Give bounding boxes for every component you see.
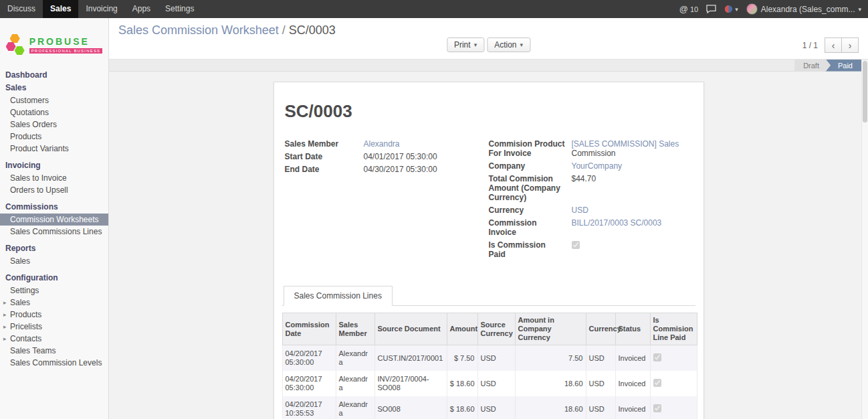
field-group-right: Commision Product For Invoice [SALES COM… [489,139,693,262]
breadcrumb-current: SC/0003 [289,23,336,37]
sidebar-item-pricelists[interactable]: ▸Pricelists [0,321,108,333]
table-row[interactable]: 04/20/2017 05:30:00 Alexandra CUST.IN/20… [282,345,697,371]
commission-invoice-link[interactable]: BILL/2017/0003 SC/0003 [572,218,662,228]
cell-amount: $ 7.50 [447,345,477,371]
cell-commission-date: 04/20/2017 10:35:53 [282,396,336,419]
col-header-currency[interactable]: Currency [586,313,615,345]
form-view: SC/0003 Sales Member Alexandra Start Dat… [109,72,868,419]
cell-source-currency: USD [477,345,515,371]
line-paid-checkbox [653,404,661,412]
commission-product-link[interactable]: [SALES COMMISSION] Sales [572,139,679,149]
probuse-logo: PROBUSE PROFESSIONAL BUSINESS [0,18,108,69]
control-panel: Sales Commission Worksheet/SC/0003 Print… [109,18,868,60]
action-button-label: Action [494,40,516,50]
activities-icon[interactable]: @ 10 [679,4,698,14]
col-header-amount-company-currency[interactable]: Amount in Company Currency [515,313,586,345]
sidebar-item-settings[interactable]: Settings [0,284,108,297]
pager-next-button[interactable]: › [841,37,859,53]
sidebar-item-products[interactable]: Products [0,131,108,143]
cell-sales-member: Alexandra [336,345,374,371]
cell-company-amount: 18.60 [515,396,586,419]
company-link[interactable]: YourCompany [572,161,623,171]
sidebar-item-reports-sales[interactable]: Sales [0,255,108,267]
pager-previous-button[interactable]: ‹ [825,37,842,53]
sidebar-item-sales-commission-levels[interactable]: Sales Commission Levels [0,357,108,369]
cell-source-document: SO008 [374,396,447,419]
col-header-sales-member[interactable]: Sales Member [336,313,374,345]
cell-source-document: CUST.IN/2017/0001 [374,345,447,371]
menu-apps[interactable]: Apps [125,0,158,18]
menu-sales[interactable]: Sales [43,0,78,18]
col-header-source-document[interactable]: Source Document [374,313,447,345]
field-label: Commision Product For Invoice [489,139,572,158]
col-header-amount[interactable]: Amount [447,313,477,345]
table-row[interactable]: 04/20/2017 05:30:00 Alexandra INV/2017/0… [282,371,697,396]
pager-counter: 1 / 1 [802,41,818,50]
cell-source-currency: USD [477,371,515,396]
sidebar-heading-reports[interactable]: Reports [0,242,108,255]
sales-member-link[interactable]: Alexandra [364,139,400,149]
caret-down-icon: ▾ [474,41,477,48]
sidebar-heading-sales[interactable]: Sales [0,82,108,94]
sidebar-item-contacts[interactable]: ▸Contacts [0,333,108,345]
cell-source-currency: USD [477,396,515,419]
scrollbar-thumb[interactable] [863,61,867,122]
menu-invoicing[interactable]: Invoicing [78,0,124,18]
field-total-commission-amount: Total Commision Amount (Company Currency… [489,174,693,202]
col-header-source-currency[interactable]: Source Currency [477,313,515,345]
field-label: End Date [285,165,364,174]
sidebar-item-customers[interactable]: Customers [0,94,108,106]
status-draft[interactable]: Draft [794,60,831,72]
field-is-commission-paid: Is Commission Paid [489,240,693,259]
sidebar: PROBUSE PROFESSIONAL BUSINESS Dashboard … [0,18,109,419]
action-button[interactable]: Action▾ [487,37,530,52]
menu-discuss[interactable]: Discuss [0,0,43,18]
messages-icon[interactable] [706,5,716,13]
col-header-status[interactable]: Status [615,313,650,345]
sidebar-item-commission-worksheets[interactable]: Commission Worksheets [0,214,108,226]
table-row[interactable]: 04/20/2017 10:35:53 Alexandra SO008 $ 18… [282,396,697,419]
sidebar-item-config-products[interactable]: ▸Products [0,309,108,321]
print-button-label: Print [454,40,471,50]
sidebar-item-sales-teams[interactable]: Sales Teams [0,345,108,357]
status-paid[interactable]: Paid [825,60,861,72]
secondary-menu: Dashboard Sales Customers Quotations Sal… [0,69,108,369]
at-icon: @ [679,4,688,14]
field-group-left: Sales Member Alexandra Start Date 04/01/… [285,139,489,262]
user-menu[interactable]: Alexandra (Sales_comm... ▾ [746,3,861,15]
pager: 1 / 1 ‹ › [802,37,859,53]
sidebar-item-label: Sales [10,298,30,307]
end-date-value: 04/30/2017 05:30:00 [364,165,437,174]
sidebar-heading-configuration[interactable]: Configuration [0,272,108,284]
menu-settings[interactable]: Settings [158,0,201,18]
support-icon[interactable]: ▾ [724,5,738,13]
sidebar-item-orders-to-upsell[interactable]: Orders to Upsell [0,184,108,196]
print-button[interactable]: Print▾ [447,37,484,52]
field-label: Is Commission Paid [489,240,572,259]
sidebar-item-sales-commissions-lines[interactable]: Sales Commissions Lines [0,226,108,238]
sidebar-heading-invoicing[interactable]: Invoicing [0,159,108,172]
field-label: Start Date [285,152,364,161]
sidebar-item-config-sales[interactable]: ▸Sales [0,297,108,309]
currency-link[interactable]: USD [572,205,588,215]
tab-sales-commission-lines[interactable]: Sales Commission Lines [284,286,393,306]
sidebar-item-quotations[interactable]: Quotations [0,106,108,118]
breadcrumb-parent-link[interactable]: Sales Commission Worksheet [118,23,279,37]
sidebar-heading-commissions[interactable]: Commissions [0,201,108,214]
sidebar-heading-dashboard[interactable]: Dashboard [0,69,108,82]
sidebar-item-label: Pricelists [10,322,42,331]
expand-caret-icon: ▸ [3,322,7,331]
is-commission-paid-checkbox[interactable] [572,241,580,249]
sidebar-item-sales-to-invoice[interactable]: Sales to Invoice [0,172,108,184]
status-strip: Draft Paid [109,60,868,72]
line-paid-checkbox [653,379,661,387]
sidebar-item-sales-orders[interactable]: Sales Orders [0,118,108,131]
sidebar-item-product-variants[interactable]: Product Variants [0,143,108,155]
col-header-is-commission-line-paid[interactable]: Is Commision Line Paid [650,313,697,345]
vertical-scrollbar[interactable] [861,60,868,419]
cell-commission-date: 04/20/2017 05:30:00 [282,371,336,396]
notebook: Sales Commission Lines Commission Date S… [282,285,695,419]
cell-sales-member: Alexandra [336,396,374,419]
col-header-commission-date[interactable]: Commission Date [282,313,336,345]
cell-company-amount: 7.50 [515,345,586,371]
